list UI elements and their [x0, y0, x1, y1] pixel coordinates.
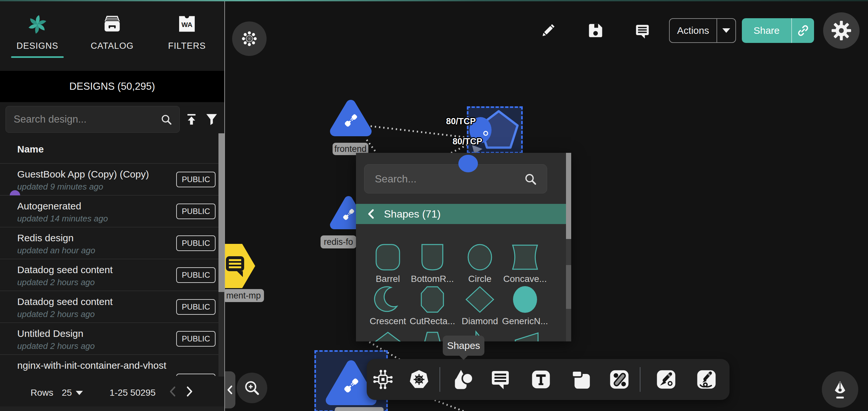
shape-item-concave[interactable]: Concave...	[501, 243, 549, 284]
design-row[interactable]: GuestBook App (Copy) (Copy) updated 9 mi…	[0, 164, 224, 196]
edit-pencil-button[interactable]	[540, 22, 557, 39]
kubernetes-icon[interactable]	[408, 368, 430, 391]
design-row[interactable]: Autogenerated updated 14 minutes ago PUB…	[0, 196, 224, 227]
visibility-badge: PUBLIC	[176, 235, 216, 251]
visibility-badge: PUBLIC	[176, 331, 216, 347]
shape-item-crescent[interactable]: Crescent	[364, 286, 412, 326]
shapes-panel-scrollbar[interactable]	[566, 153, 571, 342]
sidebar-collapse-handle[interactable]	[224, 371, 236, 408]
visibility-badge: PUBLIC	[176, 299, 216, 315]
meshery-swirl-icon	[27, 14, 48, 35]
copy-link-button[interactable]	[792, 18, 814, 43]
app-root: frontend 80/TCP 80/TCP redis-fo ment-mp	[0, 0, 868, 411]
chevron-down-icon	[722, 28, 730, 33]
tab-filters[interactable]: WA FILTERS	[150, 1, 224, 71]
visibility-badge: PUBLIC	[176, 172, 216, 187]
sidebar-footer-strip	[0, 406, 224, 411]
pen-nib-icon	[831, 380, 849, 399]
cutrectangle-shape-icon	[417, 286, 447, 314]
port-badge-lower[interactable]	[458, 154, 478, 173]
save-button[interactable]	[587, 22, 604, 39]
import-design-button[interactable]	[183, 111, 200, 128]
node-annotation-comment[interactable]	[222, 243, 258, 289]
design-search-box[interactable]	[5, 106, 180, 133]
shape-item-genericnode[interactable]: GenericN...	[501, 286, 549, 326]
search-icon	[160, 113, 172, 125]
top-accent-line	[0, 0, 868, 1]
bottomround-shape-icon	[417, 243, 447, 271]
share-button[interactable]: Share	[742, 18, 814, 43]
note-tool-icon[interactable]	[570, 368, 593, 391]
components-chip-icon[interactable]	[372, 368, 394, 391]
active-tab-underline	[11, 56, 64, 58]
filter-designs-button[interactable]	[203, 111, 220, 128]
design-list: GuestBook App (Copy) (Copy) updated 9 mi…	[0, 163, 224, 376]
pagination-range: 1-25 50295	[110, 388, 156, 398]
comment-tool-icon[interactable]	[489, 368, 512, 391]
shapes-panel: Shapes (71) Barrel BottomR... Circle C	[356, 153, 571, 342]
pen-nib-button[interactable]	[822, 371, 858, 408]
shape-item-barrel[interactable]: Barrel	[364, 243, 412, 284]
tab-designs[interactable]: DESIGNS	[0, 1, 75, 71]
design-list-scrollbar[interactable]	[218, 133, 224, 377]
shapes-tool-icon[interactable]	[452, 368, 475, 391]
shape-item-partial-1[interactable]	[364, 330, 412, 342]
rows-label: Rows	[31, 388, 53, 398]
funnel-icon	[205, 113, 218, 126]
comment-icon	[634, 23, 650, 39]
shape-item-partial-4[interactable]	[501, 330, 549, 342]
node-frontend[interactable]	[329, 97, 373, 138]
chevron-left-icon	[168, 386, 177, 397]
link-tool-icon[interactable]	[608, 368, 631, 391]
shape-item-cutrectangle[interactable]: CutRecta...	[408, 286, 457, 326]
design-row[interactable]: Redis design updated an hour ago PUBLIC	[0, 227, 224, 259]
chevron-left-icon	[226, 385, 234, 395]
pagination: Rows 25 1-25 50295	[0, 379, 224, 406]
shapes-tooltip: Shapes	[443, 335, 485, 356]
pen-tool-icon[interactable]	[655, 368, 678, 391]
freehand-draw-icon[interactable]	[695, 368, 718, 391]
node-label-annotation: ment-mp	[223, 289, 264, 302]
designs-sidebar: DESIGNS CATALOG	[0, 0, 225, 411]
shape-item-diamond[interactable]: Diamond	[456, 286, 504, 326]
text-tool-icon[interactable]	[530, 368, 552, 391]
shapes-group-label: Shapes (71)	[384, 208, 440, 220]
shape-item-bottomround[interactable]: BottomR...	[408, 243, 457, 284]
next-page-button[interactable]	[182, 383, 197, 400]
zoom-in-button[interactable]	[237, 373, 267, 403]
designs-count-header: DESIGNS (50,295)	[0, 71, 224, 102]
previous-page-button[interactable]	[165, 383, 180, 400]
visibility-badge: PUBLIC	[176, 374, 216, 376]
cluster-icon	[240, 29, 259, 48]
tab-catalog[interactable]: CATALOG	[75, 1, 150, 71]
shapes-search-input[interactable]	[374, 173, 523, 185]
node-label-bottom-partial	[335, 407, 383, 411]
shapes-group-header[interactable]: Shapes (71)	[356, 204, 567, 224]
settings-button[interactable]	[823, 12, 860, 49]
shapes-search-box[interactable]	[364, 164, 547, 194]
design-row[interactable]: Datadog seed content updated 2 hours ago…	[0, 291, 224, 323]
cluster-visibility-button[interactable]	[232, 22, 267, 56]
column-header-name: Name	[17, 144, 44, 155]
tab-filters-label: FILTERS	[168, 41, 206, 51]
upload-icon	[185, 113, 198, 126]
design-row[interactable]: nginx-with-init-container-and-vhost PUBL…	[0, 355, 224, 376]
actions-dropdown-toggle[interactable]	[717, 19, 735, 42]
comments-button[interactable]	[634, 23, 651, 40]
tab-designs-label: DESIGNS	[17, 41, 59, 51]
actions-button[interactable]: Actions	[669, 18, 736, 43]
rows-per-page-select[interactable]: 25	[62, 388, 83, 398]
gear-icon	[832, 21, 851, 40]
chevron-left-icon	[366, 208, 377, 219]
catalog-archive-icon	[102, 14, 122, 35]
bottom-toolbar	[367, 359, 730, 400]
design-row[interactable]: Untitled Design updated 2 hours ago PUBL…	[0, 323, 224, 355]
chevron-right-icon	[185, 386, 194, 397]
design-row[interactable]: Datadog seed content updated 2 hours ago…	[0, 259, 224, 291]
tab-catalog-label: CATALOG	[91, 41, 134, 51]
toolbar-divider	[640, 367, 641, 392]
shape-item-circle[interactable]: Circle	[456, 243, 504, 284]
design-search-input[interactable]	[13, 113, 160, 125]
barrel-shape-icon	[373, 243, 403, 271]
visibility-badge: PUBLIC	[176, 204, 216, 219]
